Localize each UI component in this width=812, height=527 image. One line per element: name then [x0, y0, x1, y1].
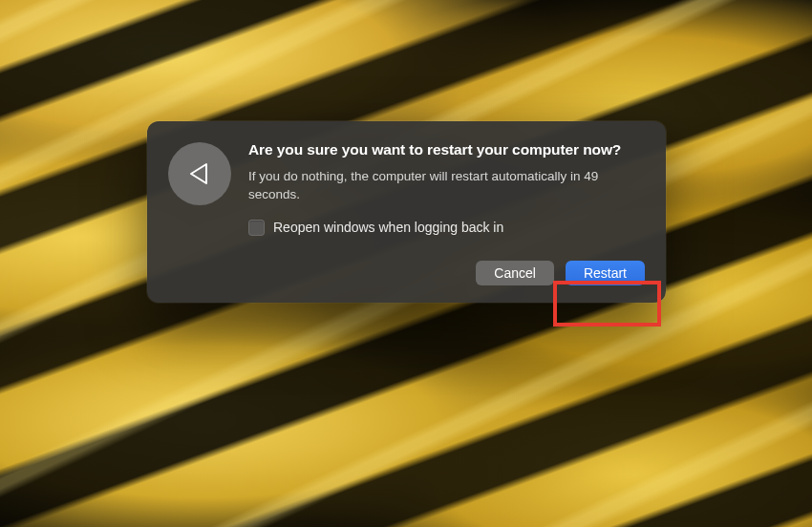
cancel-button[interactable]: Cancel: [476, 261, 554, 285]
restart-button[interactable]: Restart: [566, 261, 645, 285]
dialog-message: If you do nothing, the computer will res…: [248, 168, 645, 204]
reopen-windows-row[interactable]: Reopen windows when logging back in: [248, 220, 645, 236]
restart-icon: [168, 142, 231, 205]
dialog-content: Are you sure you want to restart your co…: [248, 140, 645, 240]
dialog-title: Are you sure you want to restart your co…: [248, 140, 645, 159]
reopen-windows-label: Reopen windows when logging back in: [273, 220, 503, 235]
dialog-body: Are you sure you want to restart your co…: [168, 140, 645, 240]
dialog-buttons: Cancel Restart: [168, 261, 645, 285]
triangle-icon: [185, 159, 214, 188]
restart-confirmation-dialog: Are you sure you want to restart your co…: [147, 121, 666, 303]
reopen-windows-checkbox[interactable]: [248, 220, 265, 236]
